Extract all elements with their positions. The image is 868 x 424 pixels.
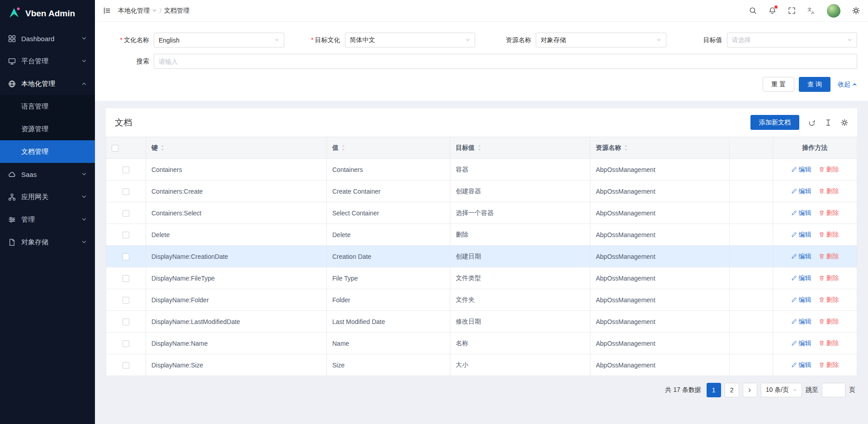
edit-link[interactable]: 编辑 <box>791 274 811 282</box>
search-icon[interactable] <box>749 7 757 14</box>
delete-link[interactable]: 删除 <box>819 318 839 326</box>
table-row[interactable]: DeleteDelete删除AbpOssManagement编辑删除 <box>106 224 857 246</box>
cell-target: 大小 <box>450 354 590 376</box>
sidebar-item-localization[interactable]: 本地化管理 <box>0 72 95 95</box>
row-checkbox[interactable] <box>123 362 129 369</box>
table-row[interactable]: Containers:SelectSelect Container选择一个容器A… <box>106 202 857 224</box>
collapse-button[interactable]: 收起 <box>838 81 857 89</box>
page-1-button[interactable]: 1 <box>707 383 721 397</box>
refresh-icon[interactable] <box>808 119 816 126</box>
sort-icon[interactable] <box>477 144 481 151</box>
next-page-button[interactable] <box>743 383 757 397</box>
table-row[interactable]: DisplayName:NameName名称AbpOssManagement编辑… <box>106 333 857 354</box>
chevron-up-icon <box>81 81 87 86</box>
edit-link[interactable]: 编辑 <box>791 361 811 369</box>
delete-link[interactable]: 删除 <box>819 339 839 348</box>
delete-link[interactable]: 删除 <box>819 361 839 369</box>
row-checkbox[interactable] <box>123 253 129 260</box>
target-culture-select[interactable]: 简体中文 <box>345 33 476 48</box>
chevron-down-icon <box>465 38 470 43</box>
sidebar-item-platform[interactable]: 平台管理 <box>0 50 95 72</box>
edit-link[interactable]: 编辑 <box>791 339 811 348</box>
delete-icon <box>819 362 825 368</box>
edit-link[interactable]: 编辑 <box>791 166 811 174</box>
delete-link[interactable]: 删除 <box>819 187 839 195</box>
settings-gear-icon[interactable] <box>852 7 860 14</box>
sidebar-subitem-document[interactable]: 文档管理 <box>0 140 95 163</box>
row-checkbox[interactable] <box>123 188 129 195</box>
fullscreen-icon[interactable] <box>788 7 796 14</box>
storage-icon <box>8 238 16 246</box>
table-row[interactable]: DisplayName:LastModifiedDateLast Modifie… <box>106 311 857 333</box>
notification-bell-icon[interactable] <box>769 7 776 14</box>
table-row[interactable]: Containers:CreateCreate Container创建容器Abp… <box>106 181 857 202</box>
table-row[interactable]: DisplayName:FileTypeFile Type文件类型AbpOssM… <box>106 267 857 289</box>
row-checkbox[interactable] <box>123 232 129 238</box>
page-size-select[interactable]: 10 条/页 <box>761 383 802 397</box>
breadcrumb-parent[interactable]: 本地化管理 <box>118 7 157 15</box>
page-2-button[interactable]: 2 <box>725 383 739 397</box>
delete-link[interactable]: 删除 <box>819 296 839 304</box>
filter-culture-name: *文化名称 English <box>106 33 284 48</box>
chevron-down-icon <box>656 38 661 43</box>
table-row[interactable]: DisplayName:CreationDateCreation Date创建日… <box>106 246 857 267</box>
sidebar-subitem-resource[interactable]: 资源管理 <box>0 118 95 140</box>
menu-fold-icon[interactable] <box>103 7 111 14</box>
search-input[interactable] <box>154 54 857 69</box>
sidebar-item-saas[interactable]: Saas <box>0 163 95 186</box>
row-checkbox[interactable] <box>123 210 129 217</box>
cell-resource: AbpOssManagement <box>590 202 730 224</box>
document-table: 键 值 目标值 资源名称 操作方法 ContainersContainers容器… <box>106 137 857 376</box>
user-avatar[interactable] <box>827 4 840 18</box>
sidebar-item-admin[interactable]: 管理 <box>0 208 95 231</box>
cell-target: 容器 <box>450 159 590 181</box>
sort-icon[interactable] <box>624 144 628 151</box>
row-checkbox[interactable] <box>123 319 129 325</box>
sort-icon[interactable] <box>341 144 345 151</box>
column-settings-icon[interactable] <box>841 119 848 126</box>
table-row[interactable]: DisplayName:FolderFolder文件夹AbpOssManagem… <box>106 289 857 311</box>
delete-link[interactable]: 删除 <box>819 231 839 239</box>
row-checkbox[interactable] <box>123 297 129 304</box>
delete-link[interactable]: 删除 <box>819 166 839 174</box>
cell-key: DisplayName:Folder <box>146 289 327 311</box>
select-all-checkbox[interactable] <box>112 145 118 152</box>
jump-page-input[interactable] <box>822 383 845 397</box>
delete-link[interactable]: 删除 <box>819 274 839 282</box>
edit-link[interactable]: 编辑 <box>791 318 811 326</box>
row-checkbox[interactable] <box>123 167 129 173</box>
resource-name-select[interactable]: 对象存储 <box>536 33 666 48</box>
app-logo[interactable]: Vben Admin <box>0 0 95 27</box>
edit-link[interactable]: 编辑 <box>791 296 811 304</box>
edit-link[interactable]: 编辑 <box>791 231 811 239</box>
table-row[interactable]: ContainersContainers容器AbpOssManagement编辑… <box>106 159 857 181</box>
edit-link[interactable]: 编辑 <box>791 209 811 217</box>
culture-name-select[interactable]: English <box>154 33 284 48</box>
row-checkbox[interactable] <box>123 340 129 347</box>
edit-link[interactable]: 编辑 <box>791 252 811 261</box>
edit-icon <box>791 319 797 324</box>
chevron-down-icon <box>152 8 157 13</box>
sidebar-item-oss[interactable]: 对象存储 <box>0 231 95 253</box>
delete-link[interactable]: 删除 <box>819 209 839 217</box>
edit-link[interactable]: 编辑 <box>791 187 811 195</box>
chevron-down-icon <box>81 58 87 64</box>
column-height-icon[interactable] <box>825 119 832 126</box>
sidebar-subitem-language[interactable]: 语言管理 <box>0 95 95 118</box>
target-value-select[interactable]: 请选择 <box>727 33 858 48</box>
row-checkbox[interactable] <box>123 275 129 282</box>
breadcrumb-current: 文档管理 <box>164 7 189 15</box>
add-document-button[interactable]: 添加新文档 <box>750 115 799 130</box>
cell-key: DisplayName:Name <box>146 333 327 354</box>
query-button[interactable]: 查 询 <box>799 77 830 92</box>
chevron-down-icon <box>274 38 279 43</box>
sidebar-item-dashboard[interactable]: Dashboard <box>0 27 95 50</box>
translate-icon[interactable]: 文 A <box>807 7 815 14</box>
delete-icon <box>819 167 825 172</box>
sort-icon[interactable] <box>160 144 165 151</box>
delete-link[interactable]: 删除 <box>819 252 839 261</box>
table-row[interactable]: DisplayName:SizeSize大小AbpOssManagement编辑… <box>106 354 857 376</box>
reset-button[interactable]: 重 置 <box>763 77 794 92</box>
delete-icon <box>819 232 825 238</box>
sidebar-item-gateway[interactable]: 应用网关 <box>0 186 95 208</box>
